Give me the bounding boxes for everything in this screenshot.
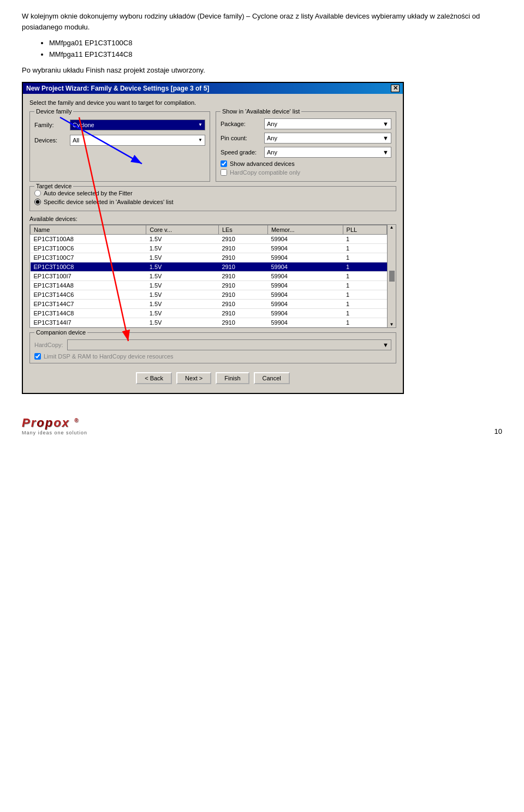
cell-mem: 59904 [267,262,343,271]
logo-text: Propox ® [22,416,79,430]
cell-les: 2910 [218,308,267,318]
dialog-close-button[interactable]: ✕ [391,85,400,92]
cell-les: 2910 [218,318,267,327]
table-header-row: Name Core v... LEs Memor... PLL [31,225,387,234]
cell-core: 1.5V [146,262,219,271]
target-device-panel: Target device Auto device selected by th… [29,186,396,211]
table-row[interactable]: EP1C3T144A81.5V2910599041 [31,280,387,290]
show-legend: Show in 'Available device' list [221,108,301,115]
table-row[interactable]: EP1C3T144I71.5V2910599041 [31,318,387,327]
package-label: Package: [221,121,264,127]
cell-name: EP1C3T100C8 [31,262,146,271]
hardcopy-compat-checkbox[interactable] [221,169,227,176]
table-row[interactable]: EP1C3T100A81.5V2910599041 [31,234,387,243]
table-row[interactable]: EP1C3T100C71.5V2910599041 [31,253,387,262]
pin-count-dropdown[interactable]: Any ▼ [264,133,391,144]
devices-dropdown[interactable]: All ▼ [70,135,205,146]
device-family-panel: Device family Family: Cyclone ▼ Devices:… [29,111,210,182]
cell-pll: 1 [343,253,386,262]
cell-pll: 1 [343,262,386,271]
col-pll: PLL [343,225,386,234]
package-value: Any [267,121,277,127]
pin-count-label: Pin count: [221,135,264,141]
cell-core: 1.5V [146,243,219,253]
hardcopy-compat-label: HardCopy compatible only [230,169,300,176]
companion-legend: Companion device [34,329,87,336]
cell-les: 2910 [218,271,267,280]
back-button[interactable]: < Back [136,372,172,384]
next-button[interactable]: Next > [176,372,211,384]
cell-les: 2910 [218,280,267,290]
target-device-legend: Target device [34,183,73,189]
family-dropdown[interactable]: Cyclone ▼ [70,120,205,130]
cell-pll: 1 [343,280,386,290]
family-value: Cyclone [73,122,94,128]
show-panel: Show in 'Available device' list Package:… [216,111,396,182]
family-row: Family: Cyclone ▼ [34,120,205,130]
package-dropdown-arrow: ▼ [383,121,389,127]
hardcopy-dropdown[interactable]: ▼ [67,339,391,350]
hardcopy-dropdown-arrow: ▼ [383,342,389,348]
cell-mem: 59904 [267,280,343,290]
cell-core: 1.5V [146,253,219,262]
table-row[interactable]: EP1C3T100I71.5V2910599041 [31,271,387,280]
cell-name: EP1C3T144I7 [31,318,146,327]
cell-name: EP1C3T144C8 [31,308,146,318]
speed-grade-row: Speed grade: Any ▼ [221,147,391,158]
devices-value: All [73,137,79,144]
table-row[interactable]: EP1C3T144C61.5V2910599041 [31,290,387,299]
family-label: Family: [34,122,70,128]
cell-pll: 1 [343,308,386,318]
auto-device-radio[interactable] [34,190,41,196]
package-dropdown[interactable]: Any ▼ [264,118,391,129]
cell-name: EP1C3T100A8 [31,234,146,243]
col-les: LEs [218,225,267,234]
cell-les: 2910 [218,243,267,253]
scroll-down-arrow[interactable]: ▼ [390,323,394,327]
cell-les: 2910 [218,253,267,262]
pin-count-dropdown-arrow: ▼ [383,135,389,141]
table-scrollbar[interactable]: ▲ ▼ [387,225,396,327]
cell-core: 1.5V [146,271,219,280]
speed-grade-dropdown-arrow: ▼ [383,149,389,156]
table-row[interactable]: EP1C3T100C81.5V2910599041 [31,262,387,271]
companion-panel: Companion device HardCopy: ▼ Limit DSP &… [29,332,396,363]
cell-mem: 59904 [267,271,343,280]
dialog-body: Select the family and device you want to… [23,94,403,393]
cell-name: EP1C3T100I7 [31,271,146,280]
cell-core: 1.5V [146,290,219,299]
limit-checkbox[interactable] [34,353,41,360]
table-scroll-inner: Name Core v... LEs Memor... PLL EP1C3T10… [30,225,387,327]
dialog-titlebar: New Project Wizard: Family & Device Sett… [23,83,403,94]
show-advanced-checkbox[interactable] [221,160,227,167]
table-row[interactable]: EP1C3T144C81.5V2910599041 [31,308,387,318]
devices-table: Name Core v... LEs Memor... PLL EP1C3T10… [30,225,387,327]
cell-mem: 59904 [267,299,343,308]
pin-count-row: Pin count: Any ▼ [221,133,391,144]
scroll-up-arrow[interactable]: ▲ [390,225,394,230]
cell-pll: 1 [343,318,386,327]
table-scroll-wrapper: Name Core v... LEs Memor... PLL EP1C3T10… [30,225,396,327]
scroll-thumb[interactable] [389,271,395,282]
cell-les: 2910 [218,290,267,299]
device-family-legend: Device family [34,108,73,115]
cell-les: 2910 [218,262,267,271]
logo-sub: Many ideas one solution [22,430,87,435]
panels-row: Device family Family: Cyclone ▼ Devices:… [29,111,396,182]
package-row: Package: Any ▼ [221,118,391,129]
col-name: Name [31,225,146,234]
cell-core: 1.5V [146,234,219,243]
cell-pll: 1 [343,299,386,308]
table-row[interactable]: EP1C3T144C71.5V2910599041 [31,299,387,308]
specific-device-radio[interactable] [34,199,41,205]
speed-grade-dropdown[interactable]: Any ▼ [264,147,391,158]
dialog-container: New Project Wizard: Family & Device Sett… [22,82,502,394]
table-row[interactable]: EP1C3T100C61.5V2910599041 [31,243,387,253]
intro-paragraph: W kolejnym oknie dokonujemy wyboru rodzi… [22,11,502,32]
cell-les: 2910 [218,299,267,308]
finish-button[interactable]: Finish [216,372,249,384]
cancel-button[interactable]: Cancel [254,372,290,384]
dialog-title: New Project Wizard: Family & Device Sett… [26,85,209,92]
page-footer: Propox ® Many ideas one solution 10 [22,410,502,435]
hardcopy-row: HardCopy: ▼ [34,339,391,350]
